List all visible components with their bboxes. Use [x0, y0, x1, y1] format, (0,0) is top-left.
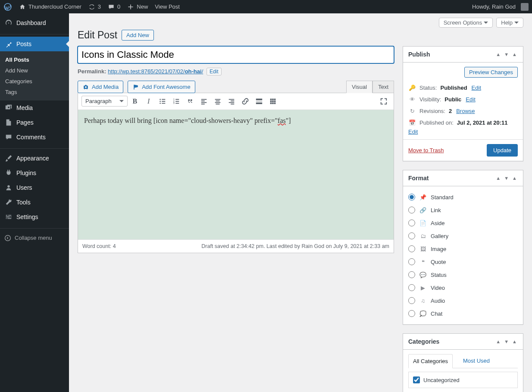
panel-toggle-icon[interactable]: ▲: [511, 51, 518, 58]
updates-link[interactable]: 3: [85, 0, 104, 13]
read-more-button[interactable]: [253, 95, 266, 108]
format-option-video[interactable]: ▶Video: [408, 281, 518, 294]
comments-link[interactable]: 0: [104, 0, 124, 13]
user-icon: [4, 183, 13, 192]
preview-changes-button[interactable]: Preview Changes: [464, 67, 518, 78]
format-radio[interactable]: [408, 232, 415, 239]
format-radio[interactable]: [408, 297, 415, 304]
camera-icon: [82, 83, 89, 91]
site-name-link[interactable]: Thundercloud Corner: [16, 0, 85, 13]
format-option-quote[interactable]: ❝Quote: [408, 255, 518, 268]
category-checkbox[interactable]: [413, 376, 420, 383]
wp-logo[interactable]: [0, 0, 16, 13]
aside-icon: 📄: [419, 219, 427, 227]
menu-dashboard[interactable]: Dashboard: [0, 16, 69, 30]
move-up-icon[interactable]: ▲: [495, 175, 501, 182]
format-radio[interactable]: [408, 194, 415, 201]
edit-slug-button[interactable]: Edit: [207, 68, 222, 75]
format-radio[interactable]: [408, 245, 415, 252]
panel-toggle-icon[interactable]: ▲: [511, 175, 518, 182]
move-up-icon[interactable]: ▲: [495, 338, 501, 345]
bold-button[interactable]: B: [128, 95, 141, 108]
format-option-standard[interactable]: 📌Standard: [408, 191, 518, 204]
history-icon: ↻: [408, 108, 416, 114]
menu-plugins[interactable]: Plugins: [0, 166, 69, 180]
toolbar-toggle-button[interactable]: [266, 95, 279, 108]
format-option-aside[interactable]: 📄Aside: [408, 216, 518, 229]
menu-users[interactable]: Users: [0, 180, 69, 195]
move-down-icon[interactable]: ▼: [503, 175, 510, 182]
menu-posts[interactable]: Posts: [0, 37, 69, 51]
collapse-icon: [4, 234, 11, 241]
add-media-button[interactable]: Add Media: [78, 81, 123, 93]
submenu-all-posts[interactable]: All Posts: [0, 54, 69, 65]
category-item[interactable]: Uncategorized: [413, 376, 513, 383]
cat-tab-all[interactable]: All Categories: [408, 354, 453, 368]
move-up-icon[interactable]: ▲: [495, 51, 501, 58]
wordpress-icon: [3, 3, 12, 11]
menu-pages[interactable]: Pages: [0, 115, 69, 130]
block-format-select[interactable]: Paragraph: [81, 96, 128, 107]
format-radio[interactable]: [408, 271, 415, 278]
view-post-link[interactable]: View Post: [151, 0, 183, 13]
tab-text[interactable]: Text: [372, 81, 394, 93]
move-to-trash-link[interactable]: Move to Trash: [408, 147, 444, 154]
cat-tab-most-used[interactable]: Most Used: [459, 354, 494, 368]
collapse-menu[interactable]: Collapse menu: [0, 231, 69, 245]
account-link[interactable]: Howdy, Rain God: [469, 0, 532, 13]
format-radio[interactable]: [408, 284, 415, 291]
edit-date-link[interactable]: Edit: [408, 129, 418, 135]
format-option-audio[interactable]: ♫Audio: [408, 294, 518, 307]
plus-icon: [127, 3, 134, 10]
align-left-button[interactable]: [197, 95, 210, 108]
numbered-list-button[interactable]: 123: [170, 95, 183, 108]
submenu-categories[interactable]: Categories: [0, 76, 69, 87]
edit-visibility-link[interactable]: Edit: [466, 96, 475, 103]
blockquote-button[interactable]: [184, 95, 197, 108]
format-option-image[interactable]: 🖼Image: [408, 242, 518, 255]
edit-status-link[interactable]: Edit: [472, 85, 481, 91]
menu-settings[interactable]: Settings: [0, 210, 69, 224]
submenu-add-new[interactable]: Add New: [0, 65, 69, 76]
help-button[interactable]: Help: [496, 18, 523, 28]
screen-options-button[interactable]: Screen Options: [439, 18, 493, 28]
move-down-icon[interactable]: ▼: [503, 51, 510, 58]
svg-rect-19: [201, 100, 204, 101]
menu-comments[interactable]: Comments: [0, 130, 69, 144]
post-title-input[interactable]: [78, 46, 394, 63]
update-button[interactable]: Update: [487, 144, 518, 157]
permalink-url[interactable]: http://wp.test:8765/2021/07/02/oh-hai/: [108, 68, 203, 75]
italic-button[interactable]: I: [142, 95, 155, 108]
format-option-link[interactable]: 🔗Link: [408, 204, 518, 216]
comment-icon: [108, 3, 115, 10]
align-center-button[interactable]: [211, 95, 224, 108]
link-button[interactable]: [239, 95, 252, 108]
add-font-awesome-button[interactable]: Add Font Awesome: [128, 81, 195, 93]
fullscreen-button[interactable]: [377, 95, 390, 108]
panel-toggle-icon[interactable]: ▲: [511, 338, 518, 345]
svg-rect-28: [228, 102, 234, 103]
howdy-text: Howdy, Rain God: [472, 3, 516, 10]
bullet-list-button[interactable]: [156, 95, 169, 108]
format-radio[interactable]: [408, 310, 415, 317]
editor-content[interactable]: Perhaps today will bring [icon name="clo…: [78, 110, 394, 239]
submenu-tags[interactable]: Tags: [0, 87, 69, 97]
format-radio[interactable]: [408, 220, 415, 226]
format-option-status[interactable]: 💬Status: [408, 268, 518, 281]
format-option-gallery[interactable]: 🗂Gallery: [408, 229, 518, 242]
format-radio[interactable]: [408, 258, 415, 265]
menu-appearance[interactable]: Appearance: [0, 151, 69, 166]
format-option-chat[interactable]: 💭Chat: [408, 307, 518, 320]
align-right-button[interactable]: [225, 95, 238, 108]
tab-visual[interactable]: Visual: [346, 81, 372, 93]
svg-rect-22: [215, 99, 220, 100]
menu-tools[interactable]: Tools: [0, 195, 69, 210]
svg-rect-7: [162, 99, 165, 100]
new-content-link[interactable]: New: [124, 0, 151, 13]
move-down-icon[interactable]: ▼: [503, 338, 510, 345]
menu-media[interactable]: Media: [0, 100, 69, 115]
add-new-button[interactable]: Add New: [122, 30, 154, 41]
browse-revisions-link[interactable]: Browse: [456, 108, 475, 114]
svg-rect-35: [274, 98, 275, 100]
format-radio[interactable]: [408, 207, 415, 213]
